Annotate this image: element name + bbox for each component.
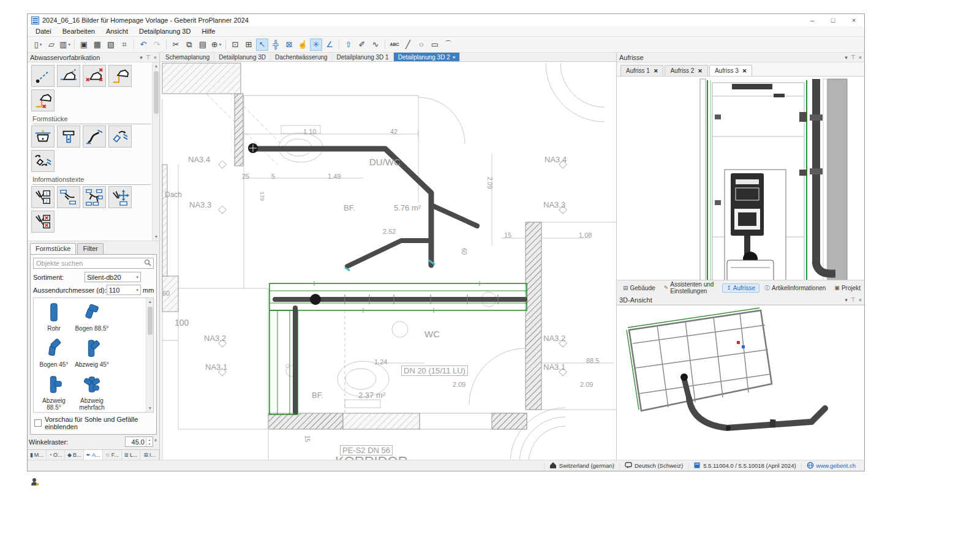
catalog-item-bogen-88-5-[interactable]: Bogen 88.5°: [73, 301, 111, 332]
palette-tab-M[interactable]: ▮M...: [28, 450, 47, 460]
cut-button[interactable]: ✂: [170, 39, 182, 51]
pin-icon[interactable]: ⊤: [851, 297, 856, 303]
catalog-item-abzweig-mehrfach[interactable]: Abzweig mehrfach: [73, 373, 111, 411]
menu-item-ansicht[interactable]: Ansicht: [100, 27, 134, 36]
palette-tab-I[interactable]: ⊞I...: [140, 450, 159, 460]
menu-item-bearbeiten[interactable]: Bearbeiten: [57, 27, 100, 36]
document-tab-detailplanung-3d-1[interactable]: Detailplanung 3D 1: [333, 53, 394, 61]
zoom-window-button[interactable]: ⊞: [243, 39, 255, 51]
paste-button[interactable]: ▤: [197, 39, 209, 51]
move-button[interactable]: ╬: [270, 39, 282, 51]
connect-pipes-button[interactable]: ∿: [369, 39, 382, 51]
scroll-down-icon[interactable]: ▼: [146, 405, 154, 412]
import-height-button[interactable]: ⇧: [342, 39, 355, 51]
scroll-up-icon[interactable]: ▲: [146, 298, 154, 305]
chevron-down-icon[interactable]: ▾: [219, 42, 222, 47]
close-icon[interactable]: ✕: [698, 68, 703, 74]
chevron-down-icon[interactable]: ▾: [140, 54, 143, 61]
dock-tab-projekt[interactable]: ▣Projekt: [831, 284, 864, 292]
menu-item-datei[interactable]: Datei: [30, 27, 57, 36]
winkelraster-stepper[interactable]: 45.0 ▴ ▾: [125, 437, 153, 447]
chevron-down-icon[interactable]: ▾: [68, 42, 70, 47]
aufriss-tab-aufriss-2[interactable]: Aufriss 2✕: [665, 65, 707, 76]
pin-icon[interactable]: ⊤: [146, 54, 151, 61]
pan-button[interactable]: ☝: [296, 39, 309, 51]
save-button[interactable]: ▣: [78, 39, 90, 51]
close-icon[interactable]: ×: [859, 297, 862, 303]
preview-checkbox[interactable]: [34, 419, 42, 427]
menu-item-detailplanung-3d[interactable]: Detailplanung 3D: [134, 27, 196, 36]
cleanout-tool-button[interactable]: [57, 126, 80, 148]
pipe-corner-tool-button[interactable]: [108, 65, 132, 87]
catalog-item-bogen-45-[interactable]: Bogen 45°: [35, 337, 73, 368]
menu-item-hilfe[interactable]: Hilfe: [196, 27, 221, 36]
measure-button[interactable]: ∠: [323, 39, 336, 51]
tab-filter[interactable]: Filter: [77, 243, 103, 254]
select-elements-button[interactable]: ⊠: [283, 39, 295, 51]
label-left-tool-button[interactable]: [57, 186, 80, 208]
diameter-select[interactable]: 110 ▾: [107, 285, 141, 295]
view3d-viewport[interactable]: [617, 305, 864, 460]
palette-tab-F[interactable]: ☆F...: [103, 450, 122, 460]
pipe-corner-end-tool-button[interactable]: [31, 89, 55, 111]
draw-pipe-tool-button[interactable]: [31, 65, 55, 87]
select-pointer-button[interactable]: ↖: [256, 39, 268, 51]
aufriss-view[interactable]: [617, 76, 864, 280]
chevron-down-icon[interactable]: ▾: [845, 297, 848, 303]
open-file-button[interactable]: ▱: [45, 39, 58, 51]
new-file-button[interactable]: ▯▾: [32, 39, 44, 51]
zoom-button[interactable]: ⊕▾: [210, 39, 222, 51]
zoom-extents-button[interactable]: ⊡: [229, 39, 241, 51]
close-icon[interactable]: ×: [453, 54, 456, 60]
status-link[interactable]: www.geberit.ch: [801, 462, 861, 470]
calculator-button[interactable]: ⌗: [118, 39, 130, 51]
double-bend-tool-button[interactable]: [83, 126, 106, 148]
label-delete-tool-button[interactable]: [31, 211, 55, 233]
sketch-button[interactable]: ✐: [356, 39, 368, 51]
redo-button[interactable]: ↷: [151, 39, 163, 51]
ellipse-button[interactable]: ○: [415, 39, 428, 51]
dock-tab-artikelinformationen[interactable]: ⓘArtikelinformationen: [761, 283, 829, 293]
curve-button[interactable]: ⌒: [442, 39, 454, 51]
label-distribute-tool-button[interactable]: [83, 186, 106, 208]
catalog-item-rohr[interactable]: Rohr: [35, 301, 73, 332]
pipe-disconnect-tool-button[interactable]: [83, 65, 106, 87]
dock-tab-aufrisse[interactable]: ↥Aufrisse: [722, 283, 760, 293]
scrollbar-thumb[interactable]: [148, 307, 153, 335]
close-icon[interactable]: ×: [859, 54, 862, 61]
spin-up-icon[interactable]: ▴: [146, 438, 153, 442]
scroll-up-icon[interactable]: ▲: [153, 62, 159, 70]
label-move-tool-button[interactable]: [108, 186, 132, 208]
chevron-down-icon[interactable]: ▾: [40, 42, 42, 47]
search-input[interactable]: [33, 258, 154, 269]
close-icon[interactable]: ✕: [742, 68, 747, 74]
chevron-down-icon[interactable]: ▾: [845, 54, 848, 61]
dock-tab-assistenten-und-einstellungen[interactable]: ✎Assistenten und Einstellungen: [660, 280, 722, 295]
plan-canvas[interactable]: 1.1042NA3.4DU/WCDach2551.49NA3.3BF.5.76 …: [161, 62, 616, 460]
copy-button[interactable]: ⧉: [183, 39, 195, 51]
pipe-on-line-tool-button[interactable]: [57, 65, 80, 87]
undo-button[interactable]: ↶: [137, 39, 149, 51]
pipe-settings-button[interactable]: ✳: [310, 39, 322, 51]
tool-grid-scrollbar[interactable]: ▲ ▼: [152, 62, 159, 241]
document-tab-dachentw-sserung[interactable]: Dachentwässerung: [271, 53, 333, 61]
tab-formstücke[interactable]: Formstücke: [30, 243, 76, 254]
transfer-fitting-tool-button[interactable]: [108, 126, 132, 148]
import-file-button[interactable]: ▥▾: [59, 39, 71, 51]
pin-icon[interactable]: ⊤: [851, 54, 856, 61]
rectangle-button[interactable]: ▭: [429, 39, 441, 51]
sortiment-select[interactable]: Silent-db20 ▾: [85, 272, 141, 282]
spin-down-icon[interactable]: ▾: [146, 442, 153, 446]
line-button[interactable]: ╱: [402, 39, 414, 51]
aufriss-tab-aufriss-1[interactable]: Aufriss 1✕: [620, 65, 663, 76]
catalog-item-abzweig-88-5-[interactable]: Abzweig 88.5°: [35, 373, 73, 411]
catalog-item-abzweig-45-[interactable]: Abzweig 45°: [73, 337, 111, 368]
document-tab-schemaplanung[interactable]: Schemaplanung: [161, 53, 214, 61]
maximize-button[interactable]: □: [823, 14, 843, 26]
print-button[interactable]: ▦: [91, 39, 104, 51]
scroll-down-icon[interactable]: ▼: [153, 233, 159, 241]
palette-tab-L[interactable]: ≣L...: [122, 450, 141, 460]
palette-tab-A[interactable]: ✒A...: [84, 450, 103, 460]
aufriss-tab-aufriss-3[interactable]: Aufriss 3✕: [709, 65, 752, 76]
text-button[interactable]: ABC: [388, 39, 401, 51]
